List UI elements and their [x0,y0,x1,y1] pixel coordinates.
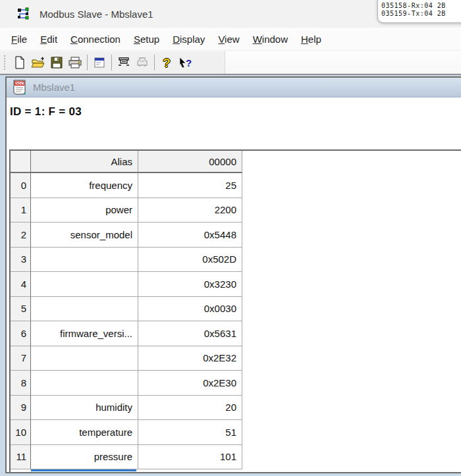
alias-cell[interactable] [31,272,138,297]
svg-text:DOC: DOC [15,82,23,86]
value-cell[interactable]: 20 [138,396,242,421]
log-line: 035158-Rx:04 2B [381,2,461,10]
row-header-cell[interactable]: 6 [11,321,31,346]
mbslave-document-window: DOC Mbslave1 ID = 1: F = 03 Alias 00000 … [5,76,461,473]
value-cell[interactable]: 0x5631 [138,321,242,346]
comm-log-overlay: 035157-Tx:04 2B 035158-Rx:04 2B 035159-T… [377,0,461,23]
toolbar-separator [154,55,155,70]
alias-cell[interactable] [31,248,138,273]
menu-item-window[interactable]: Window [247,34,294,45]
value-cell[interactable]: 0x0030 [138,297,242,322]
grid-body: 0 frequency 25 1 power 2200 2 sensor_mod… [11,173,461,469]
toolbar-separator [111,55,112,70]
new-file-button[interactable] [11,53,29,72]
table-row: 4 0x3230 [11,272,461,297]
connection-icon [116,56,132,69]
alias-cell[interactable]: pressure [31,445,138,470]
alias-column-header: Alias [31,151,138,173]
row-header-cell[interactable]: 4 [11,272,31,297]
row-header-cell[interactable]: 8 [11,371,31,396]
value-cell[interactable]: 0x3230 [138,272,242,297]
table-row: 7 0x2E32 [11,346,461,371]
table-row: 1 power 2200 [11,198,461,223]
value-cell[interactable]: 0x502D [138,248,242,273]
row-header-cell[interactable]: 1 [11,198,31,223]
value-cell[interactable]: 0x2E32 [138,346,242,371]
row-header-cell[interactable]: 2 [11,223,31,248]
alias-cell[interactable]: frequency [31,173,138,198]
value-cell[interactable]: 2200 [138,198,242,223]
value-cell[interactable]: 51 [138,420,242,445]
table-row: 11 pressure 101 [11,445,461,470]
display-setup-button[interactable] [90,53,109,72]
register-grid: Alias 00000 0 frequency 25 1 power 2200 … [9,149,461,472]
menu-item-edit[interactable]: Edit [34,34,63,45]
menu-item-connection[interactable]: Connection [65,34,126,45]
display-setup-icon [93,56,106,69]
value-cell[interactable]: 25 [138,173,242,198]
toolbar-band: ? ? [0,51,461,75]
grid-corner-cell [11,151,31,173]
document-titlebar[interactable]: DOC Mbslave1 [7,78,461,97]
help-icon: ? [163,57,171,69]
menu-bar: FileEditConnectionSetupDisplayViewWindow… [0,28,461,51]
table-row: 2 sensor_model 0x5448 [11,223,461,248]
menu-item-setup[interactable]: Setup [128,34,165,45]
open-file-button[interactable] [29,53,47,72]
alias-cell[interactable] [31,346,138,371]
menu-item-help[interactable]: Help [295,34,327,45]
alias-cell[interactable]: temperature [31,420,138,445]
toolbar-gripper[interactable] [4,55,7,70]
value-cell[interactable]: 101 [138,445,242,470]
row-header-cell[interactable]: 10 [11,420,31,445]
table-row: 9 humidity 20 [11,396,461,421]
new-file-icon [13,56,26,69]
value-cell[interactable]: 0x5448 [138,223,242,248]
alias-cell[interactable]: humidity [31,396,138,421]
mdi-workspace: DOC Mbslave1 ID = 1: F = 03 Alias 00000 … [0,75,461,476]
alias-cell[interactable]: sensor_model [31,223,138,248]
toolbar-separator [87,55,88,70]
table-row: 5 0x0030 [11,297,461,322]
help-button[interactable]: ? [157,53,176,72]
register-column-header: 00000 [138,151,242,173]
print-icon [68,56,82,69]
menu-item-view[interactable]: View [212,34,245,45]
app-icon [17,7,30,20]
alias-cell[interactable]: firmware_versi... [31,321,138,346]
alias-cell[interactable] [31,371,138,396]
table-row: 0 frequency 25 [11,173,461,198]
selection-indicator [31,469,136,471]
slave-status-text: ID = 1: F = 03 [10,105,82,119]
row-header-cell[interactable]: 5 [11,297,31,322]
value-cell[interactable]: 0x2E30 [138,371,242,396]
table-row: 6 firmware_versi... 0x5631 [11,321,461,346]
toolbar: ? ? [0,51,225,74]
alias-cell[interactable]: power [31,198,138,223]
save-icon [50,56,63,69]
row-header-cell[interactable]: 9 [11,396,31,421]
save-button[interactable] [47,53,66,72]
row-header-cell[interactable]: 11 [11,445,31,470]
row-header-cell[interactable]: 7 [11,346,31,371]
connection-disabled-icon [134,56,150,69]
connection-disabled-button[interactable] [133,53,151,72]
context-help-button[interactable]: ? [176,53,194,72]
window-title: Modbus Slave - Mbslave1 [40,9,153,20]
table-row: 3 0x502D [11,248,461,273]
row-header-cell[interactable]: 3 [11,248,31,273]
menu-item-file[interactable]: File [5,34,33,45]
menu-item-display[interactable]: Display [167,34,211,45]
row-header-cell[interactable]: 0 [11,173,31,198]
table-row: 10 temperature 51 [11,420,461,445]
context-help-question-icon: ? [186,58,192,68]
document-icon: DOC [13,80,26,95]
log-line: 035159-Tx:04 2B [381,10,461,18]
document-title: Mbslave1 [33,82,75,93]
grid-header-row: Alias 00000 [11,151,461,173]
alias-cell[interactable] [31,297,138,322]
print-button[interactable] [66,53,84,72]
table-row: 8 0x2E30 [11,371,461,396]
connection-button[interactable] [115,53,133,72]
open-file-icon [31,56,45,69]
